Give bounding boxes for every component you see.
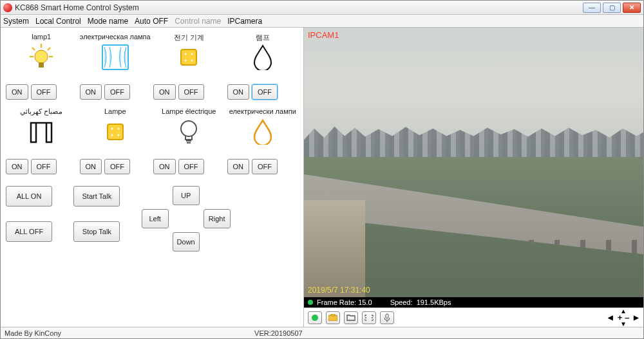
all-off-cell: ALL OFF — [6, 221, 71, 252]
minimize-button[interactable]: — — [583, 3, 601, 13]
square-icon — [175, 43, 203, 71]
onoff-row: ON OFF — [6, 159, 77, 174]
titlebar: KC868 Smart Home Control System — ▢ ✕ — [1, 1, 643, 15]
svg-point-16 — [111, 134, 113, 136]
all-on-button[interactable]: ALL ON — [6, 186, 52, 206]
menu-mode-name[interactable]: Mode name — [88, 17, 128, 26]
up-button[interactable]: UP — [173, 186, 200, 205]
left-button[interactable]: Left — [142, 209, 169, 228]
device-label: Lampe électrique — [162, 107, 216, 116]
speed-label: Speed: — [390, 298, 413, 306]
device-label: Lampe — [104, 107, 126, 116]
folder-button[interactable] — [344, 311, 358, 324]
svg-line-2 — [48, 48, 50, 50]
statusbar: Made By KinCony VER:20190507 — [1, 327, 643, 338]
status-dot-icon — [308, 300, 313, 305]
on-button[interactable]: ON — [227, 159, 250, 174]
pan-left-icon[interactable]: ◀ — [608, 314, 613, 321]
camera-timestamp: 2019/5/7 17:31:40 — [308, 286, 370, 295]
maximize-button[interactable]: ▢ — [603, 3, 621, 13]
menu-local-control[interactable]: Local Control — [35, 17, 81, 26]
device-label: lamp1 — [32, 33, 51, 42]
on-button[interactable]: ON — [153, 84, 176, 100]
gate-icon — [27, 118, 55, 146]
device-cell: электрическая лампа — [80, 33, 151, 75]
device-cell: Lampe — [80, 107, 151, 150]
onoff-row: ON OFF — [6, 84, 77, 100]
on-button[interactable]: ON — [80, 159, 102, 174]
device-cell: 전기 기계 — [153, 33, 225, 75]
onoff-row: ON OFF — [227, 159, 299, 174]
stop-talk-button[interactable]: Stop Talk — [73, 221, 120, 242]
app-icon — [3, 3, 12, 12]
on-button[interactable]: ON — [80, 84, 102, 100]
camera-label: IPCAM1 — [308, 30, 339, 40]
on-button[interactable]: ON — [227, 84, 250, 100]
curtain-icon — [101, 43, 129, 71]
off-button[interactable]: OFF — [31, 84, 57, 100]
svg-point-14 — [111, 128, 113, 130]
off-button[interactable]: OFF — [104, 84, 130, 100]
app-window: KC868 Smart Home Control System — ▢ ✕ Sy… — [0, 0, 644, 339]
on-button[interactable]: ON — [6, 84, 28, 100]
down-button[interactable]: Down — [173, 232, 200, 252]
svg-rect-6 — [39, 62, 44, 68]
stop-talk-cell: Stop Talk — [73, 221, 138, 252]
device-label: 램프 — [256, 33, 270, 42]
all-off-button[interactable]: ALL OFF — [6, 221, 52, 242]
pan-right-icon[interactable]: ▶ — [634, 314, 639, 321]
bulb-lit-icon — [27, 43, 55, 71]
camera-toolbar: ▲ ◀ + – ▶ ▼ — [304, 307, 643, 327]
svg-point-9 — [185, 53, 187, 55]
menu-auto-off[interactable]: Auto OFF — [135, 17, 168, 26]
svg-point-5 — [35, 50, 48, 63]
device-label: 전기 기계 — [174, 33, 204, 42]
off-button[interactable]: OFF — [31, 159, 57, 174]
camera-view[interactable]: IPCAM1 2019/5/7 17:31:40 — [304, 28, 643, 297]
content: lamp1 электри — [1, 28, 643, 327]
svg-point-12 — [191, 60, 193, 62]
controls-panel: lamp1 электри — [1, 28, 303, 327]
frame-rate-value: 15.0 — [358, 298, 372, 306]
menubar: System Local Control Mode name Auto OFF … — [1, 15, 643, 28]
frame-rate-label: Frame Rate: — [317, 298, 356, 306]
right-button[interactable]: Right — [204, 209, 231, 228]
svg-point-11 — [185, 60, 187, 62]
svg-rect-22 — [386, 314, 388, 318]
device-label: електрически лампи — [229, 107, 296, 116]
device-cell: 램프 — [227, 33, 299, 75]
off-button[interactable]: OFF — [178, 159, 204, 174]
onoff-row: ON OFF — [153, 159, 225, 174]
on-button[interactable]: ON — [153, 159, 176, 174]
off-button[interactable]: OFF — [252, 159, 278, 174]
speed-value: 191.5KBps — [417, 298, 451, 306]
snapshot-button[interactable] — [326, 311, 340, 324]
mic-button[interactable] — [380, 311, 394, 324]
off-button[interactable]: OFF — [178, 84, 204, 100]
dpad: UP Left Right Down — [142, 186, 231, 252]
off-button[interactable]: OFF — [252, 84, 278, 100]
menu-control-name[interactable]: Control name — [175, 17, 221, 26]
menu-ip-camera[interactable]: IPCamera — [227, 17, 262, 26]
bulb-outline-icon — [175, 118, 203, 146]
all-on-cell: ALL ON — [6, 186, 71, 216]
off-button[interactable]: OFF — [104, 159, 130, 174]
svg-point-17 — [117, 134, 119, 136]
on-button[interactable]: ON — [6, 159, 28, 174]
svg-rect-21 — [331, 314, 335, 316]
onoff-row: ON OFF — [153, 84, 225, 100]
close-button[interactable]: ✕ — [623, 3, 641, 13]
device-label: مصباح كهربائي — [20, 107, 62, 116]
audio-button[interactable] — [362, 311, 376, 324]
start-talk-cell: Start Talk — [73, 186, 138, 216]
made-by-label: Made By KinCony — [5, 329, 61, 337]
menu-system[interactable]: System — [3, 17, 29, 26]
camera-status-bar: Frame Rate: 15.0 Speed: 191.5KBps — [304, 297, 643, 307]
svg-point-18 — [181, 121, 196, 136]
window-buttons: — ▢ ✕ — [583, 3, 641, 13]
start-talk-button[interactable]: Start Talk — [73, 186, 120, 206]
svg-point-10 — [191, 53, 193, 55]
record-button[interactable] — [308, 311, 322, 324]
onoff-row: ON OFF — [227, 84, 299, 100]
svg-rect-8 — [181, 50, 196, 65]
